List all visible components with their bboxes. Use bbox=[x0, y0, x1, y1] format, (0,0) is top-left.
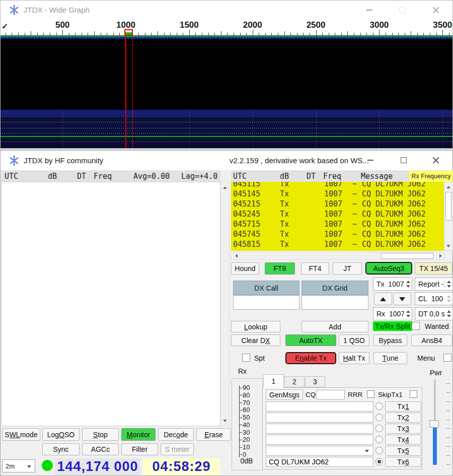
tab-1[interactable]: 1 bbox=[263, 374, 284, 388]
autoseq-button[interactable]: AutoSeq3 bbox=[365, 262, 412, 275]
spinner-up-icon[interactable] bbox=[447, 281, 451, 283]
minimize-icon[interactable] bbox=[359, 151, 382, 170]
ansb4-button[interactable]: AnsB4 bbox=[411, 334, 452, 346]
dx-grid-input[interactable] bbox=[301, 295, 368, 310]
tx5-button[interactable]: Tx 5 bbox=[385, 446, 421, 456]
maximize-icon[interactable] bbox=[392, 151, 415, 170]
tx-rx-split-button[interactable]: Tx/Rx Split bbox=[373, 321, 412, 331]
rx-frequency-scrollbar[interactable] bbox=[444, 182, 453, 251]
band-activity-list[interactable] bbox=[2, 182, 220, 426]
pwr-slider-handle[interactable] bbox=[429, 420, 439, 428]
tx1-radio[interactable] bbox=[375, 402, 383, 410]
genmsgs-button[interactable]: GenMsgs bbox=[266, 389, 303, 400]
mode-jt-button[interactable]: JT bbox=[333, 262, 362, 275]
decode-row[interactable]: 045145Tx1007~CQ DL7UKM JO62 bbox=[231, 189, 444, 199]
rx-freq-spinner[interactable]: Rx 1007 bbox=[373, 307, 412, 320]
tx4-message-input[interactable] bbox=[266, 435, 373, 445]
spinner-down-icon[interactable] bbox=[447, 300, 451, 302]
tx6-button[interactable]: Tx 6 bbox=[385, 457, 421, 467]
tx-freq-spinner[interactable]: Tx 1007 bbox=[373, 278, 412, 291]
split-checkbox[interactable] bbox=[412, 322, 420, 330]
tx5-radio[interactable] bbox=[375, 447, 383, 454]
monitor-button[interactable]: Monitor bbox=[121, 428, 156, 441]
tx1-message-input[interactable] bbox=[266, 401, 373, 412]
tx2-radio[interactable] bbox=[375, 414, 383, 421]
erase-button[interactable]: Erase bbox=[196, 428, 231, 441]
enable-tx-button[interactable]: Enable Tx bbox=[285, 352, 336, 364]
dx-call-input[interactable] bbox=[233, 295, 299, 310]
freq-up-button[interactable] bbox=[374, 293, 392, 305]
stop-button[interactable]: Stop bbox=[82, 428, 119, 441]
combobox-arrow-icon[interactable] bbox=[365, 450, 369, 452]
decode-row[interactable]: 045115Tx1007~CQ DL7UKM JO62 bbox=[231, 182, 444, 189]
waterfall-display[interactable] bbox=[1, 39, 452, 110]
spinner-up-icon[interactable] bbox=[406, 281, 410, 283]
tab-3[interactable]: 3 bbox=[305, 376, 325, 387]
close-icon[interactable] bbox=[424, 151, 447, 170]
tx4-radio[interactable] bbox=[375, 436, 383, 443]
rx-frequency-hscrollbar[interactable] bbox=[231, 252, 444, 260]
spinner-down-icon[interactable] bbox=[406, 315, 410, 317]
decode-row[interactable]: 045745Tx1007~CQ DL7UKM JO62 bbox=[231, 229, 444, 239]
skiptx1-checkbox[interactable] bbox=[410, 390, 417, 398]
dt-spinner[interactable]: DT 0,0 s bbox=[415, 307, 453, 320]
tx2-button[interactable]: Tx 2 bbox=[385, 413, 421, 423]
scroll-up-icon[interactable] bbox=[221, 183, 229, 191]
band-activity-scrollbar[interactable] bbox=[220, 182, 230, 426]
maximize-icon[interactable] bbox=[391, 1, 414, 20]
menu-checkbox[interactable] bbox=[443, 354, 451, 362]
scroll-down-icon[interactable] bbox=[444, 242, 452, 250]
spinner-up-icon[interactable] bbox=[447, 310, 451, 313]
spinner-up-icon[interactable] bbox=[447, 295, 451, 298]
filter-button[interactable]: Filter bbox=[121, 443, 158, 455]
scrollbar-thumb[interactable] bbox=[445, 192, 451, 221]
cl-spinner[interactable]: CL 100 bbox=[415, 292, 453, 305]
scroll-up-icon[interactable] bbox=[444, 183, 452, 191]
one-qso-button[interactable]: 1 QSO bbox=[339, 334, 369, 346]
scrollbar-thumb[interactable] bbox=[381, 253, 433, 259]
spectrum-display[interactable] bbox=[1, 110, 452, 148]
autotx-button[interactable]: AutoTX bbox=[285, 334, 336, 346]
decode-row[interactable]: 045215Tx1007~CQ DL7UKM JO62 bbox=[231, 199, 444, 209]
spinner-down-icon[interactable] bbox=[447, 315, 451, 317]
minimize-icon[interactable] bbox=[358, 1, 381, 20]
rx-frequency-list[interactable]: 045115Tx1007~CQ DL7UKM JO62 045145Tx1007… bbox=[231, 182, 444, 251]
freq-down-button[interactable] bbox=[393, 293, 411, 305]
swl-mode-button[interactable]: SWL mode bbox=[2, 428, 40, 441]
tx6-radio[interactable] bbox=[375, 458, 383, 465]
mode-ft8-button[interactable]: FT8 bbox=[265, 262, 295, 275]
mode-ft4-button[interactable]: FT4 bbox=[301, 262, 329, 275]
band-select[interactable]: 2m bbox=[2, 459, 35, 472]
tx3-button[interactable]: Tx 3 bbox=[385, 424, 421, 434]
add-button[interactable]: Add bbox=[301, 321, 368, 332]
tx3-radio[interactable] bbox=[375, 425, 383, 432]
scroll-right-icon[interactable] bbox=[436, 252, 444, 260]
decode-row[interactable]: 045815Tx1007~CQ DL7UKM JO62 bbox=[231, 239, 444, 249]
hound-button[interactable]: Hound bbox=[231, 262, 259, 275]
tx-rx-frequency-marker[interactable] bbox=[124, 29, 133, 36]
tx2-message-input[interactable] bbox=[266, 413, 373, 423]
report-spinner[interactable]: Report -1 bbox=[415, 278, 453, 291]
tx-period-button[interactable]: TX 15/45 bbox=[415, 262, 452, 275]
agcc-button[interactable]: AGCc bbox=[82, 443, 119, 455]
tune-button[interactable]: Tune bbox=[373, 352, 407, 364]
tx3-message-input[interactable] bbox=[266, 424, 373, 434]
tx5-message-combobox[interactable] bbox=[266, 446, 373, 456]
spt-checkbox[interactable] bbox=[242, 354, 250, 362]
bypass-button[interactable]: Bypass bbox=[373, 334, 407, 346]
close-icon[interactable] bbox=[424, 1, 447, 20]
spinner-down-icon[interactable] bbox=[447, 285, 451, 288]
log-qso-button[interactable]: Log QSO bbox=[42, 428, 80, 441]
tab-2[interactable]: 2 bbox=[284, 376, 305, 387]
tx1-button[interactable]: Tx 1 bbox=[385, 401, 421, 412]
sync-button[interactable]: Sync bbox=[42, 443, 80, 455]
clear-dx-button[interactable]: Clear DX bbox=[231, 334, 280, 346]
decode-row[interactable]: 045715Tx1007~CQ DL7UKM JO62 bbox=[231, 219, 444, 229]
scroll-down-icon[interactable] bbox=[221, 417, 229, 425]
smeter-button[interactable]: S meter bbox=[161, 443, 194, 455]
tx4-button[interactable]: Tx 4 bbox=[385, 435, 421, 445]
spinner-down-icon[interactable] bbox=[406, 285, 410, 288]
lookup-button[interactable]: Lookup bbox=[231, 321, 280, 332]
tx6-message-input[interactable] bbox=[266, 457, 373, 467]
halt-tx-button[interactable]: Halt Tx bbox=[339, 352, 369, 364]
